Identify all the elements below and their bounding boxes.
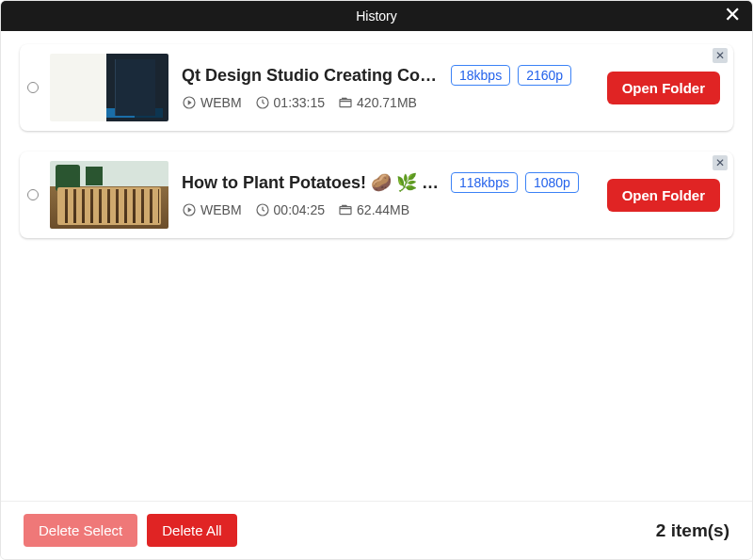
title-row: How to Plant Potatoes! 🥔 🌿 // … 118kbps … — [182, 172, 596, 193]
remove-item-icon[interactable]: ✕ — [713, 48, 728, 63]
close-icon[interactable]: ✕ — [720, 5, 745, 25]
format-value: WEBM — [200, 95, 242, 110]
open-folder-button[interactable]: Open Folder — [607, 179, 720, 212]
thumbnail — [50, 161, 168, 229]
svg-rect-5 — [340, 207, 351, 215]
play-icon — [182, 95, 197, 110]
item-title: Qt Design Studio Creating ComB… — [182, 66, 443, 86]
window-title: History — [356, 8, 397, 24]
open-folder-button[interactable]: Open Folder — [607, 72, 720, 104]
clock-icon — [255, 95, 270, 110]
history-item: How to Plant Potatoes! 🥔 🌿 // … 118kbps … — [20, 152, 733, 238]
select-radio[interactable] — [27, 82, 39, 93]
history-list: Qt Design Studio Creating ComB… 18kbps 2… — [1, 31, 752, 502]
format-value: WEBM — [200, 202, 242, 217]
duration-value: 01:33:15 — [274, 95, 326, 110]
duration-meta: 01:33:15 — [255, 95, 326, 110]
duration-value: 00:04:25 — [274, 202, 326, 217]
size-meta: 420.71MB — [338, 95, 417, 110]
item-info: How to Plant Potatoes! 🥔 🌿 // … 118kbps … — [182, 172, 596, 217]
bitrate-badge: 18kbps — [451, 65, 510, 86]
window-header: History ✕ — [1, 1, 752, 31]
size-meta: 62.44MB — [338, 202, 409, 217]
folder-icon — [338, 202, 353, 217]
history-item: Qt Design Studio Creating ComB… 18kbps 2… — [20, 44, 733, 131]
delete-select-button[interactable]: Delete Select — [24, 514, 137, 547]
folder-icon — [338, 95, 353, 110]
item-info: Qt Design Studio Creating ComB… 18kbps 2… — [182, 65, 596, 110]
item-title: How to Plant Potatoes! 🥔 🌿 // … — [182, 172, 443, 193]
title-row: Qt Design Studio Creating ComB… 18kbps 2… — [182, 65, 596, 86]
delete-all-button[interactable]: Delete All — [147, 514, 236, 547]
select-radio[interactable] — [27, 189, 39, 200]
resolution-badge: 1080p — [525, 172, 579, 193]
remove-item-icon[interactable]: ✕ — [713, 155, 728, 170]
svg-rect-2 — [340, 100, 351, 107]
bitrate-badge: 118kbps — [451, 172, 518, 193]
clock-icon — [255, 202, 270, 217]
item-count: 2 item(s) — [656, 520, 729, 541]
format-meta: WEBM — [182, 202, 242, 217]
meta-row: WEBM 01:33:15 420.71MB — [182, 95, 596, 110]
size-value: 62.44MB — [357, 202, 409, 217]
size-value: 420.71MB — [357, 95, 417, 110]
thumbnail — [50, 54, 168, 121]
duration-meta: 00:04:25 — [255, 202, 326, 217]
meta-row: WEBM 00:04:25 62.44MB — [182, 202, 596, 217]
resolution-badge: 2160p — [518, 65, 571, 86]
footer: Delete Select Delete All 2 item(s) — [1, 501, 752, 559]
format-meta: WEBM — [182, 95, 242, 110]
play-icon — [182, 202, 197, 217]
